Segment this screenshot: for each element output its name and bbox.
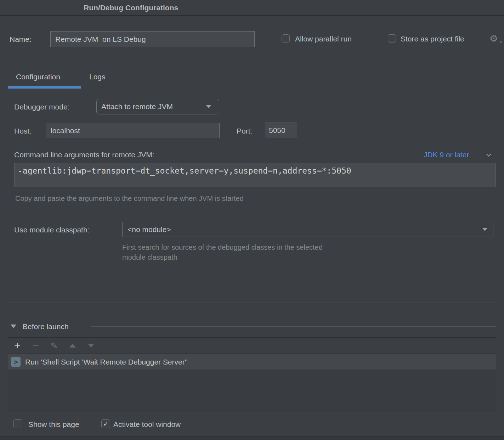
debugger-mode-value: Attach to remote JVM (101, 102, 173, 111)
allow-parallel-run-checkbox[interactable] (282, 34, 290, 43)
show-this-page-label: Show this page (28, 420, 79, 429)
store-as-project-file-checkbox[interactable] (388, 34, 396, 43)
debugger-mode-dropdown[interactable]: Attach to remote JVM (96, 99, 219, 114)
command-line-args-field[interactable]: -agentlib:jdwp=transport=dt_socket,serve… (14, 163, 496, 187)
before-launch-list: + − ✎ > Run 'Shell Script 'Wait Remote D… (8, 337, 496, 412)
name-label: Name: (10, 35, 32, 44)
remove-button[interactable]: − (27, 340, 45, 351)
port-input[interactable] (265, 123, 297, 138)
run-debug-configurations-dialog: Run/Debug Configurations Name: Allow par… (0, 0, 504, 440)
tab-configuration[interactable]: Configuration (16, 73, 60, 81)
gear-icon[interactable]: ⚙ (489, 33, 498, 44)
before-launch-toolbar: + − ✎ (8, 338, 496, 354)
jdk-version-selector[interactable]: JDK 9 or later (424, 151, 469, 159)
show-this-page-checkbox[interactable] (13, 419, 22, 428)
module-classpath-hint-line2: module classpath (122, 253, 177, 261)
active-tab-indicator (8, 86, 81, 89)
jdk-version-label: JDK 9 or later (424, 151, 469, 159)
before-launch-title: Before launch (23, 322, 69, 331)
dialog-titlebar: Run/Debug Configurations (0, 0, 504, 16)
tab-logs[interactable]: Logs (89, 73, 106, 81)
module-classpath-dropdown[interactable]: <no module> (122, 222, 493, 237)
module-classpath-hint-line1: First search for sources of the debugged… (122, 243, 323, 252)
triangle-up-icon (69, 344, 76, 348)
command-line-args-hint: Copy and paste the arguments to the comm… (15, 194, 244, 203)
move-up-button[interactable] (63, 344, 82, 348)
tab-divider (81, 88, 504, 88)
dialog-bottom-divider (0, 436, 504, 440)
name-input[interactable] (50, 31, 255, 47)
allow-parallel-run-label: Allow parallel run (295, 35, 352, 43)
host-input[interactable] (46, 123, 220, 138)
checkmark-icon: ✓ (103, 421, 108, 427)
before-launch-task-row[interactable]: > Run 'Shell Script 'Wait Remote Debugge… (8, 354, 496, 370)
chevron-down-icon (206, 105, 211, 108)
gear-dropdown-arrow-icon (499, 41, 502, 43)
edit-icon[interactable]: ✎ (45, 342, 63, 350)
chevron-down-icon (482, 228, 487, 231)
activate-tool-window-label: Activate tool window (113, 420, 181, 429)
run-shell-script-icon: > (11, 357, 21, 367)
module-classpath-value: <no module> (128, 225, 171, 234)
triangle-down-icon (88, 344, 94, 348)
before-launch-collapse-icon[interactable] (11, 325, 16, 328)
store-as-project-file-label: Store as project file (401, 35, 464, 43)
module-classpath-label: Use module classpath: (14, 226, 89, 234)
debugger-mode-label: Debugger mode: (14, 103, 69, 111)
before-launch-divider (91, 326, 496, 327)
dialog-title: Run/Debug Configurations (84, 4, 178, 12)
before-launch-task-label: Run 'Shell Script 'Wait Remote Debugger … (25, 358, 188, 366)
command-line-args-label: Command line arguments for remote JVM: (14, 151, 154, 159)
port-label: Port: (237, 127, 252, 135)
activate-tool-window-checkbox[interactable]: ✓ (101, 419, 110, 428)
add-button[interactable]: + (8, 340, 27, 351)
host-label: Host: (14, 127, 32, 135)
move-down-button[interactable] (82, 344, 100, 348)
